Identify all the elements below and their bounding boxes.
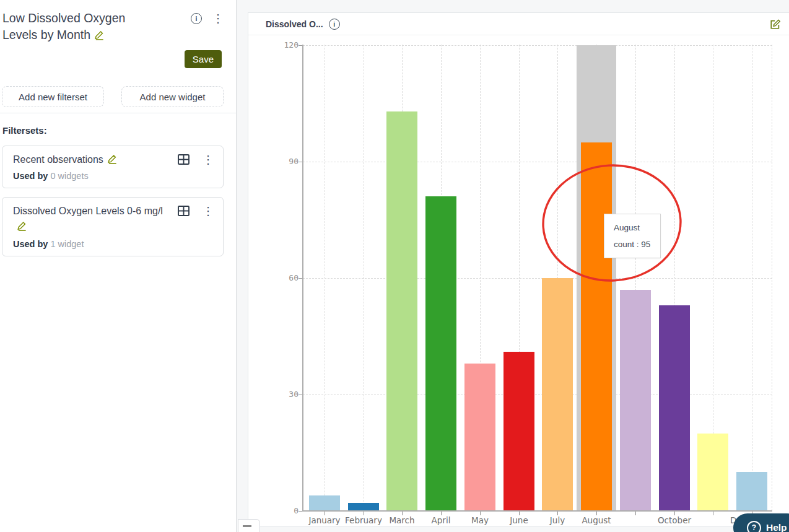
x-tick-label-august: August <box>567 515 626 525</box>
x-tick-label-october: October <box>645 515 704 525</box>
bar-november[interactable] <box>697 434 728 511</box>
bar-june[interactable] <box>503 352 534 511</box>
x-tick <box>713 512 713 515</box>
x-gridline <box>325 45 325 511</box>
next-widget-card-partial <box>238 519 260 532</box>
list-handle-icon <box>243 525 245 527</box>
bar-october[interactable] <box>659 305 690 511</box>
bar-may[interactable] <box>464 364 495 511</box>
bar-january[interactable] <box>309 495 340 511</box>
app-screen: Low Dissolved Oxygen Levels by Month i ⋮… <box>0 0 789 532</box>
help-label: Help <box>766 522 787 532</box>
y-tick-label: 90 <box>271 157 299 166</box>
x-gridline <box>364 45 364 511</box>
x-axis-line <box>302 510 772 512</box>
question-mark-icon: ? <box>747 521 761 532</box>
y-tick-label: 60 <box>271 273 299 282</box>
bar-july[interactable] <box>542 278 573 511</box>
help-button[interactable]: ? Help <box>733 513 789 532</box>
y-gridline <box>303 45 772 46</box>
bar-march[interactable] <box>386 111 417 511</box>
y-tick-label: 30 <box>271 390 299 399</box>
bar-september[interactable] <box>620 290 651 511</box>
y-gridline <box>303 162 772 162</box>
plot-right-gridline <box>772 45 772 511</box>
x-tick <box>635 512 636 515</box>
y-axis-line <box>302 45 303 512</box>
bar-december[interactable] <box>736 472 767 511</box>
y-gridline <box>303 395 772 395</box>
red-circle-annotation <box>540 162 684 284</box>
y-tick-label: 120 <box>271 40 299 50</box>
x-gridline <box>752 45 752 511</box>
y-gridline <box>303 278 772 279</box>
bar-april[interactable] <box>425 196 456 511</box>
y-tick-label: 0 <box>271 506 299 515</box>
